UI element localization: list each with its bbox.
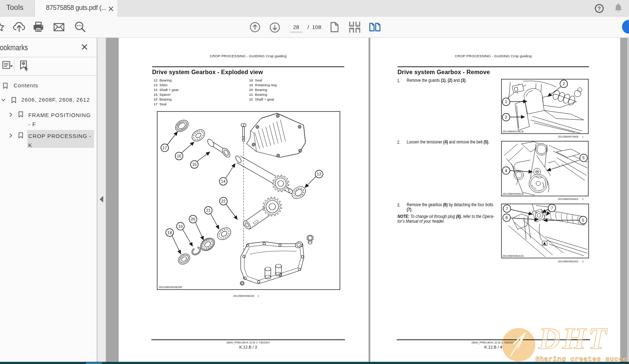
svg-text:7: 7 (506, 207, 508, 211)
svg-text:8: 8 (506, 215, 508, 220)
svg-text:17: 17 (162, 146, 167, 150)
svg-text:1: 1 (505, 99, 507, 104)
svg-text:20: 20 (191, 217, 195, 221)
svg-text:3: 3 (505, 115, 507, 119)
svg-text:ZEIL06MH0008G0B: ZEIL06MH0008G0B (159, 286, 182, 288)
svg-text:?: ? (598, 6, 601, 11)
svg-text:4: 4 (505, 168, 507, 173)
svg-text:16: 16 (177, 154, 181, 158)
svg-text:14: 14 (221, 179, 225, 183)
svg-text:7: 7 (551, 206, 553, 210)
svg-text:ZEIL05MH0090ACB: ZEIL05MH0090ACB (503, 193, 524, 195)
svg-text:18: 18 (168, 230, 172, 235)
svg-text:6: 6 (582, 218, 584, 222)
svg-text:19: 19 (178, 224, 183, 229)
svg-text:21: 21 (206, 208, 211, 212)
svg-text:DHT: DHT (538, 323, 609, 355)
svg-text:12: 12 (317, 172, 321, 176)
svg-text:2: 2 (562, 81, 565, 86)
svg-text:5: 5 (582, 156, 585, 160)
svg-text:ZEIL05MH0079ACB: ZEIL05MH0079ACB (503, 130, 524, 133)
svg-text:22: 22 (221, 199, 226, 203)
svg-text:ZEIL05MH0081ACB: ZEIL05MH0081ACB (503, 255, 524, 257)
svg-text:15: 15 (192, 162, 197, 167)
